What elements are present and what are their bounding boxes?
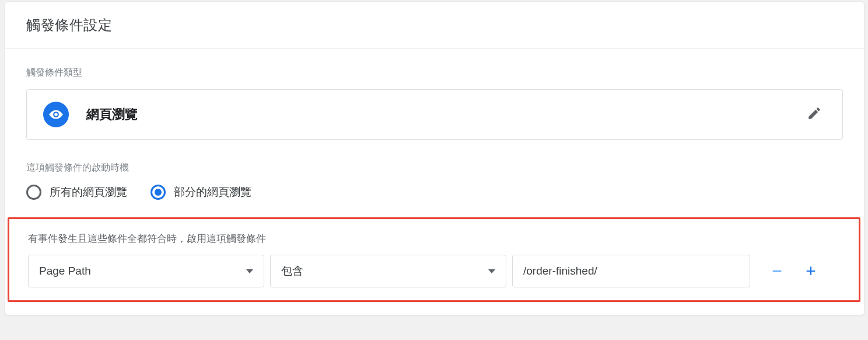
radio-icon xyxy=(26,185,41,200)
condition-value-input[interactable] xyxy=(512,255,750,287)
card-header: 觸發條件設定 xyxy=(5,2,864,49)
conditions-label: 有事件發生且這些條件全都符合時，啟用這項觸發條件 xyxy=(28,232,841,245)
radio-some-pageviews[interactable]: 部分的網頁瀏覽 xyxy=(150,185,251,200)
card-body: 觸發條件類型 網頁瀏覽 這項觸發條件的啟動時機 所有的網頁瀏覽 部分的網頁瀏覽 xyxy=(5,49,864,315)
condition-variable-select[interactable]: Page Path xyxy=(28,255,264,287)
chevron-down-icon xyxy=(488,269,495,273)
pencil-icon xyxy=(807,106,822,123)
fires-on-radio-group: 所有的網頁瀏覽 部分的網頁瀏覽 xyxy=(26,185,843,200)
radio-label-some: 部分的網頁瀏覽 xyxy=(174,185,251,200)
radio-icon xyxy=(150,185,166,200)
plus-icon: + xyxy=(806,262,816,280)
condition-operator-select[interactable]: 包含 xyxy=(270,255,506,287)
condition-operator-value: 包含 xyxy=(281,263,303,279)
condition-row: Page Path 包含 − + xyxy=(28,255,841,287)
fires-on-label: 這項觸發條件的啟動時機 xyxy=(26,162,843,174)
pageview-icon xyxy=(43,102,69,127)
radio-label-all: 所有的網頁瀏覽 xyxy=(50,185,127,200)
conditions-highlight: 有事件發生且這些條件全都符合時，啟用這項觸發條件 Page Path 包含 − … xyxy=(8,217,860,302)
add-condition-button[interactable]: + xyxy=(797,257,825,285)
trigger-type-box[interactable]: 網頁瀏覽 xyxy=(26,89,843,140)
trigger-config-card: 觸發條件設定 觸發條件類型 網頁瀏覽 這項觸發條件的啟動時機 所有的網頁瀏覽 xyxy=(5,1,864,315)
edit-trigger-type-button[interactable] xyxy=(803,103,826,126)
radio-all-pageviews[interactable]: 所有的網頁瀏覽 xyxy=(26,185,127,200)
card-title: 觸發條件設定 xyxy=(26,16,843,34)
remove-condition-button[interactable]: − xyxy=(763,257,791,285)
trigger-type-label: 觸發條件類型 xyxy=(26,67,843,79)
minus-icon: − xyxy=(772,262,782,280)
trigger-type-name: 網頁瀏覽 xyxy=(86,106,803,123)
chevron-down-icon xyxy=(246,269,253,273)
condition-variable-value: Page Path xyxy=(39,265,91,277)
